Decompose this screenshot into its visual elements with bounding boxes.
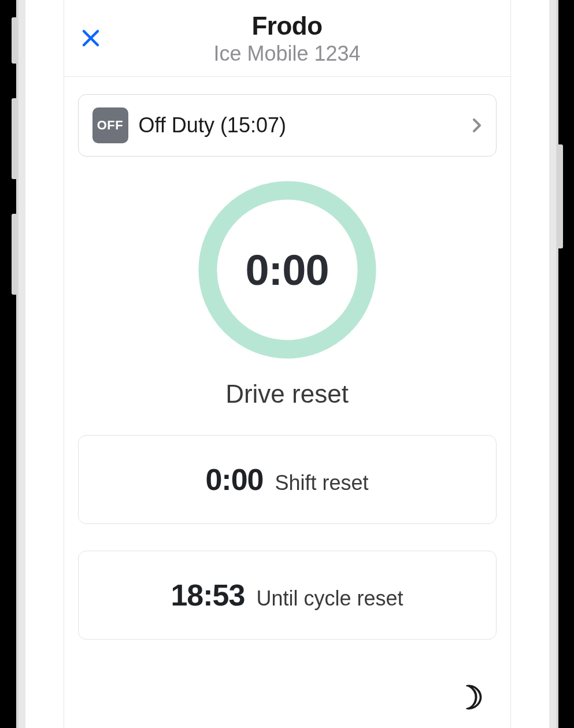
shift-reset-label: Shift reset xyxy=(275,471,369,495)
close-icon xyxy=(82,29,100,47)
phone-side-buttons-left xyxy=(12,17,17,329)
cycle-reset-label: Until cycle reset xyxy=(256,586,403,611)
close-button[interactable] xyxy=(82,29,100,47)
drive-reset-gauge: 0:00 Drive reset xyxy=(78,177,497,408)
header: Frodo Ice Mobile 1234 xyxy=(64,0,510,77)
shift-reset-card[interactable]: 0:00 Shift reset xyxy=(78,435,497,524)
phone-mute-switch xyxy=(12,17,17,64)
chevron-right-icon xyxy=(472,117,482,133)
cycle-reset-card[interactable]: 18:53 Until cycle reset xyxy=(78,551,497,640)
phone-volume-up xyxy=(12,98,17,179)
night-mode-button[interactable]: ☽ xyxy=(455,679,484,716)
phone-power-button xyxy=(557,144,563,248)
cycle-reset-time: 18:53 xyxy=(171,578,245,612)
app-screen: Frodo Ice Mobile 1234 OFF Off Duty (15:0… xyxy=(64,0,511,728)
page-subtitle: Ice Mobile 1234 xyxy=(64,42,510,66)
gauge-label: Drive reset xyxy=(78,380,497,408)
gauge-value: 0:00 xyxy=(245,246,328,295)
duty-status-row[interactable]: OFF Off Duty (15:07) xyxy=(78,94,497,157)
moon-icon: ☽ xyxy=(455,679,484,716)
phone-side-buttons-right xyxy=(557,144,563,248)
duty-status-text: Off Duty (15:07) xyxy=(139,113,472,138)
content: OFF Off Duty (15:07) 0:00 Drive reset xyxy=(64,77,510,640)
off-duty-badge: OFF xyxy=(92,107,128,143)
gauge-circle: 0:00 xyxy=(195,177,380,362)
phone-frame: Frodo Ice Mobile 1234 OFF Off Duty (15:0… xyxy=(18,0,556,728)
shift-reset-time: 0:00 xyxy=(205,462,263,497)
page-title: Frodo xyxy=(64,12,510,40)
phone-volume-down xyxy=(12,214,17,295)
